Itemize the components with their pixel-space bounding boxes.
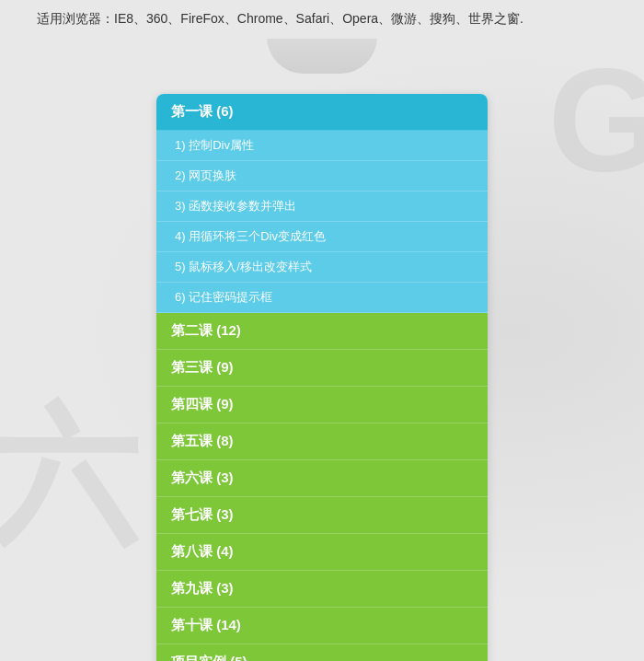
section-5-header[interactable]: 第五课 (8) [156, 423, 488, 460]
sub-item-1-4[interactable]: 4) 用循环将三个Div变成红色 [156, 222, 488, 252]
section-7-header[interactable]: 第七课 (3) [156, 497, 488, 534]
menu-container: 第一课 (6) 1) 控制Div属性 2) 网页换肤 3) 函数接收参数并弹出 … [156, 94, 488, 661]
section-6-header[interactable]: 第六课 (3) [156, 460, 488, 497]
section-8-header[interactable]: 第八课 (4) [156, 534, 488, 571]
watermark-right: G [548, 46, 644, 193]
watermark-left: 六 [0, 403, 138, 551]
sub-item-1-3[interactable]: 3) 函数接收参数并弹出 [156, 191, 488, 222]
sub-item-1-6[interactable]: 6) 记住密码提示框 [156, 283, 488, 313]
section-11-header[interactable]: 项目实例 (5) [156, 644, 488, 661]
section-1-header[interactable]: 第一课 (6) [156, 94, 488, 131]
sub-item-1-2[interactable]: 2) 网页换肤 [156, 161, 488, 191]
browser-compatibility-text: 适用浏览器：IE8、360、FireFox、Chrome、Safari、Oper… [37, 11, 523, 26]
section-2-header[interactable]: 第二课 (12) [156, 313, 488, 350]
section-9-header[interactable]: 第九课 (3) [156, 571, 488, 608]
section-10-header[interactable]: 第十课 (14) [156, 608, 488, 644]
section-3-header[interactable]: 第三课 (9) [156, 350, 488, 387]
sub-item-1-1[interactable]: 1) 控制Div属性 [156, 131, 488, 161]
browser-compatibility-bar: 适用浏览器：IE8、360、FireFox、Chrome、Safari、Oper… [0, 0, 644, 39]
top-decoration [267, 37, 377, 74]
sub-item-1-5[interactable]: 5) 鼠标移入/移出改变样式 [156, 252, 488, 283]
section-4-header[interactable]: 第四课 (9) [156, 387, 488, 423]
